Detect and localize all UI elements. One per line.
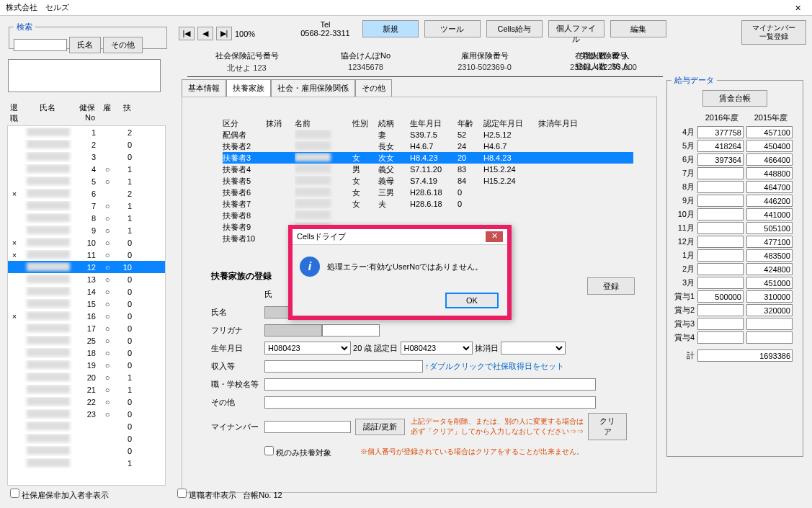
- tab-1[interactable]: 扶養家族: [226, 79, 271, 97]
- input-myno[interactable]: [264, 421, 351, 433]
- sal-a[interactable]: [697, 236, 744, 248]
- employee-row[interactable]: 23○0: [8, 408, 165, 420]
- top-button-3[interactable]: 個人ファイル: [548, 20, 604, 37]
- employee-row[interactable]: 22○0: [8, 396, 165, 408]
- tab-3[interactable]: その他: [355, 79, 392, 97]
- employee-row[interactable]: 19○0: [8, 359, 165, 371]
- employee-row[interactable]: 14○0: [8, 285, 165, 298]
- employee-row[interactable]: 20: [8, 138, 165, 151]
- employee-row[interactable]: ×10○0: [8, 236, 165, 249]
- dependent-row[interactable]: 扶養者2長女H4.6.724H4.6.7: [223, 141, 633, 152]
- sal-a[interactable]: [697, 222, 744, 234]
- employee-row[interactable]: 18○0: [8, 347, 165, 359]
- sal-a[interactable]: [697, 318, 744, 330]
- dialog-ok-button[interactable]: OK: [445, 293, 499, 308]
- employee-row[interactable]: ×16○0: [8, 310, 165, 322]
- sal-b[interactable]: [746, 304, 793, 316]
- dependent-row[interactable]: 扶養者3女次女H8.4.2320H8.4.23: [223, 152, 633, 164]
- employee-row[interactable]: 12○10: [8, 261, 165, 273]
- sal-a[interactable]: [697, 263, 744, 275]
- select-dob[interactable]: H080423: [264, 342, 351, 355]
- employee-row[interactable]: ×11○0: [8, 249, 165, 261]
- sal-b[interactable]: [746, 126, 793, 138]
- total-input[interactable]: [697, 349, 793, 362]
- sal-a[interactable]: [697, 195, 744, 207]
- employee-row[interactable]: 9○1: [8, 224, 165, 236]
- sal-b[interactable]: [746, 318, 793, 330]
- employee-row[interactable]: 0: [8, 445, 165, 457]
- sal-a[interactable]: [697, 249, 744, 262]
- employee-row[interactable]: 13○0: [8, 273, 165, 285]
- employee-list-rows[interactable]: 1220304○15○1×627○18○19○1×10○0×11○012○101…: [7, 125, 166, 486]
- sal-b[interactable]: [746, 277, 793, 289]
- employee-row[interactable]: 17○0: [8, 322, 165, 334]
- sal-a[interactable]: [697, 208, 744, 220]
- select-nin[interactable]: H080423: [401, 342, 473, 355]
- dependent-row[interactable]: 扶養者7女夫H28.6.180: [223, 198, 633, 210]
- employee-row[interactable]: 12: [8, 126, 165, 138]
- sal-a[interactable]: [697, 167, 744, 179]
- dependent-row[interactable]: 扶養者5女義母S7.4.1984H15.2.24: [223, 175, 633, 187]
- hide-noninsured-checkbox[interactable]: [10, 489, 19, 498]
- input-sei-kana[interactable]: [264, 324, 322, 337]
- sal-a[interactable]: [697, 140, 744, 152]
- employee-row[interactable]: 7○1: [8, 200, 165, 212]
- sal-b[interactable]: [746, 263, 793, 275]
- sal-b[interactable]: [746, 222, 793, 234]
- employee-row[interactable]: 30: [8, 151, 165, 163]
- search-other-button[interactable]: その他: [103, 37, 143, 53]
- sal-b[interactable]: [746, 153, 793, 166]
- auth-update-button[interactable]: 認証/更新: [355, 419, 405, 435]
- wage-ledger-button[interactable]: 賃金台帳: [702, 90, 767, 107]
- sal-a[interactable]: [697, 153, 744, 166]
- employee-row[interactable]: 0: [8, 432, 165, 445]
- tab-0[interactable]: 基本情報: [182, 79, 226, 97]
- sal-b[interactable]: [746, 208, 793, 220]
- top-button-4[interactable]: 編集: [610, 20, 666, 37]
- mynumber-list-button[interactable]: マイナンバー一覧登録: [741, 20, 806, 45]
- employee-row[interactable]: 5○1: [8, 175, 165, 187]
- top-button-2[interactable]: Cells給与: [486, 20, 543, 37]
- sal-a[interactable]: [697, 126, 744, 138]
- employee-row[interactable]: 4○1: [8, 163, 165, 175]
- dependent-row[interactable]: 扶養者8: [223, 210, 633, 221]
- sal-a[interactable]: [697, 304, 744, 316]
- nav-prev-button[interactable]: ◀: [197, 27, 213, 40]
- sal-b[interactable]: [746, 331, 793, 344]
- sal-b[interactable]: [746, 290, 793, 303]
- dependent-row[interactable]: 扶養者4男義父S7.11.2083H15.2.24: [223, 164, 633, 175]
- clear-button[interactable]: クリア: [588, 413, 627, 440]
- employee-row[interactable]: 20○1: [8, 371, 165, 383]
- input-other[interactable]: [264, 396, 596, 409]
- employee-row[interactable]: 1: [8, 457, 165, 469]
- sal-b[interactable]: [746, 140, 793, 152]
- sal-b[interactable]: [746, 236, 793, 248]
- select-del[interactable]: [501, 342, 566, 355]
- taxonly-checkbox[interactable]: [264, 446, 274, 455]
- dependent-row[interactable]: 配偶者妻S39.7.552H2.5.12: [223, 129, 633, 141]
- sal-b[interactable]: [746, 181, 793, 193]
- employee-row[interactable]: 0: [8, 420, 165, 432]
- sal-a[interactable]: [697, 181, 744, 193]
- input-school[interactable]: [264, 378, 596, 391]
- sal-b[interactable]: [746, 195, 793, 207]
- input-mei-kana[interactable]: [322, 324, 380, 337]
- dialog-close-button[interactable]: ✕: [486, 231, 503, 242]
- employee-row[interactable]: 8○1: [8, 212, 165, 224]
- window-close-button[interactable]: ✕: [783, 0, 812, 16]
- hide-retired-checkbox[interactable]: [177, 489, 187, 498]
- input-income[interactable]: [264, 360, 423, 373]
- dependent-row[interactable]: 扶養者6女三男H28.6.180: [223, 187, 633, 198]
- sal-b[interactable]: [746, 167, 793, 179]
- tab-2[interactable]: 社会・雇用保険関係: [271, 79, 355, 97]
- employee-row[interactable]: 15○0: [8, 298, 165, 310]
- sal-a[interactable]: [697, 290, 744, 303]
- nav-first-button[interactable]: |◀: [179, 27, 195, 40]
- employee-row[interactable]: 21○1: [8, 383, 165, 396]
- employee-row[interactable]: 25○0: [8, 334, 165, 347]
- sal-a[interactable]: [697, 277, 744, 289]
- nav-next-button[interactable]: ▶|: [216, 27, 232, 40]
- search-name-button[interactable]: 氏名: [69, 37, 101, 53]
- sal-b[interactable]: [746, 249, 793, 262]
- top-button-1[interactable]: ツール: [424, 20, 481, 37]
